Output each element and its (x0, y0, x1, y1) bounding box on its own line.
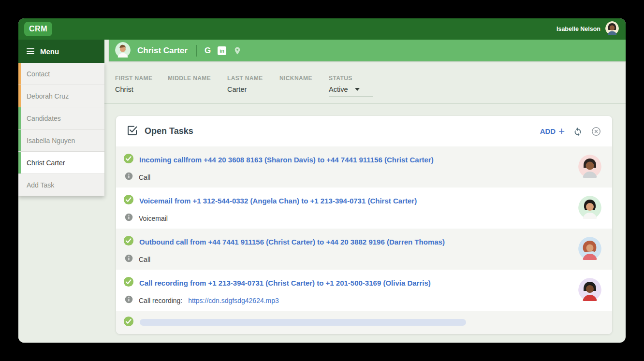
location-pin-icon[interactable] (233, 46, 242, 55)
field-status: STATUS Active (329, 75, 373, 103)
task-done-icon[interactable] (123, 316, 134, 329)
contact-header: Christ Carter G in (109, 40, 626, 61)
task-done-icon[interactable] (123, 235, 134, 248)
sidebar-menu-list: Contact Deborah Cruz Candidates Isabella… (18, 63, 104, 196)
chevron-down-icon (355, 88, 360, 91)
task-title-link[interactable]: Voicemail from +1 312-544-0332 (Angela C… (139, 197, 417, 205)
task-done-icon[interactable] (123, 194, 134, 207)
header-divider (196, 45, 197, 57)
task-contact-avatar (578, 196, 601, 221)
task-row: Voicemail from +1 312-544-0332 (Angela C… (116, 188, 612, 229)
info-icon (125, 295, 133, 305)
field-label: LAST NAME (227, 75, 279, 82)
task-type: Voicemail (139, 215, 168, 222)
add-task-button[interactable]: ADD + (540, 126, 565, 137)
menu-label: Menu (40, 47, 59, 56)
loading-placeholder-bar (140, 319, 466, 326)
nickname-value[interactable] (279, 86, 329, 94)
hamburger-icon (27, 48, 34, 54)
field-middle-name: MIDDLE NAME (168, 75, 227, 103)
middle-name-value[interactable] (168, 86, 227, 94)
item-color-strip (18, 130, 21, 151)
sidebar-menu-header[interactable]: Menu (18, 40, 104, 63)
task-row: Incoming callfrom +44 20 3608 8163 (Shar… (116, 146, 612, 188)
sidebar-item-isabella-nguyen[interactable]: Isabella Nguyen (18, 130, 104, 152)
info-icon (125, 254, 133, 264)
field-label: STATUS (329, 75, 373, 82)
plus-icon: + (558, 126, 565, 137)
field-nickname: NICKNAME (279, 75, 329, 103)
top-bar: CRM Isabelle Nelson (18, 18, 626, 40)
user-menu[interactable]: Isabelle Nelson (556, 18, 619, 40)
field-label: MIDDLE NAME (168, 75, 227, 82)
task-type: Call recording: (139, 297, 182, 304)
sidebar: Menu Contact Deborah Cruz Candidates Isa… (18, 40, 104, 343)
linkedin-icon[interactable]: in (218, 46, 226, 55)
field-last-name: LAST NAME Carter (227, 75, 279, 103)
recording-link[interactable]: https://cdn.sdgfsdg42624.mp3 (188, 297, 279, 304)
sidebar-item-add-task[interactable]: Add Task (18, 174, 104, 196)
task-title-link[interactable]: Incoming callfrom +44 20 3608 8163 (Shar… (139, 156, 434, 164)
task-done-icon[interactable] (123, 276, 134, 289)
task-title-link[interactable]: Outbound call from +44 7441 911156 (Chri… (139, 238, 445, 246)
user-name: Isabelle Nelson (556, 26, 600, 32)
sidebar-item-candidates[interactable]: Candidates (18, 107, 104, 130)
main-area: Christ Carter G in FIRST NAME Christ MID… (104, 40, 626, 343)
info-icon (125, 213, 133, 223)
task-done-icon[interactable] (123, 153, 134, 166)
tasks-checkbox-icon (127, 125, 138, 138)
task-contact-avatar (578, 278, 601, 303)
sidebar-item-christ-carter[interactable]: Christ Carter (18, 152, 104, 174)
status-value: Active (329, 86, 348, 93)
task-row-loading (116, 311, 612, 334)
last-name-value[interactable]: Carter (227, 86, 279, 94)
contact-name: Christ Carter (137, 46, 188, 56)
item-color-strip (18, 152, 21, 173)
sidebar-item-label: Deborah Cruz (27, 92, 69, 100)
sidebar-item-label: Add Task (27, 181, 54, 189)
contact-avatar (115, 42, 131, 59)
google-icon[interactable]: G (205, 46, 211, 56)
task-title-link[interactable]: Call recording from +1 213-394-0731 (Chr… (139, 279, 431, 287)
task-type: Call (139, 256, 150, 263)
sidebar-item-label: Isabella Nguyen (27, 137, 75, 144)
task-contact-avatar (578, 155, 601, 180)
card-title: Open Tasks (145, 126, 193, 136)
item-color-strip (18, 107, 21, 129)
app-window: CRM Isabelle Nelson Menu Contact Deborah… (18, 18, 626, 343)
sidebar-item-label: Candidates (27, 115, 61, 122)
info-icon (125, 172, 133, 182)
sidebar-item-label: Christ Carter (27, 159, 65, 167)
task-type: Call (139, 173, 150, 181)
refresh-icon[interactable] (572, 126, 583, 137)
sidebar-item-deborah-cruz[interactable]: Deborah Cruz (18, 85, 104, 107)
task-row: Call recording from +1 213-394-0731 (Chr… (116, 270, 612, 311)
contact-form: FIRST NAME Christ MIDDLE NAME LAST NAME … (104, 61, 626, 104)
field-first-name: FIRST NAME Christ (115, 75, 168, 103)
field-label: NICKNAME (279, 75, 329, 82)
first-name-value[interactable]: Christ (115, 86, 168, 94)
open-tasks-header: Open Tasks ADD + (116, 116, 612, 146)
status-select[interactable]: Active (329, 86, 373, 97)
user-avatar[interactable] (605, 21, 619, 37)
sidebar-item-contact[interactable]: Contact (18, 63, 104, 85)
field-label: FIRST NAME (115, 75, 168, 82)
close-circle-icon[interactable] (591, 126, 601, 137)
open-tasks-card: Open Tasks ADD + (116, 116, 612, 334)
crm-logo[interactable]: CRM (24, 22, 52, 36)
task-row: Outbound call from +44 7441 911156 (Chri… (116, 229, 612, 270)
sidebar-item-label: Contact (27, 70, 50, 78)
item-color-strip (18, 63, 21, 85)
item-color-strip (18, 85, 21, 107)
task-contact-avatar (578, 237, 601, 262)
